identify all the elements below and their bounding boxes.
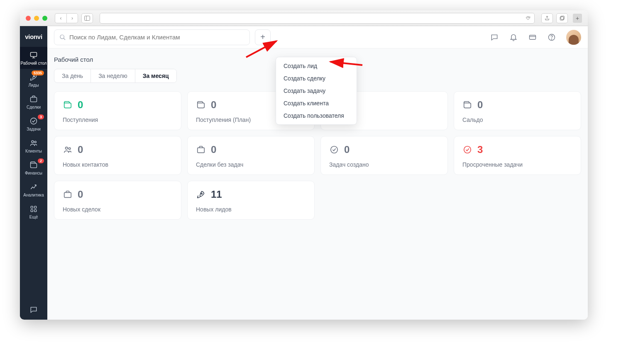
sidebar-item-label: Аналитика (23, 193, 44, 197)
svg-line-29 (246, 41, 276, 57)
users-icon (63, 145, 73, 154)
card-new-deals[interactable]: 0Новых сделок (54, 181, 181, 220)
dropdown-create-client[interactable]: Создать клиента (276, 97, 357, 109)
arrow-to-create-lead (327, 58, 364, 72)
check-circle-icon (329, 145, 339, 154)
leads-badge: 5335 (32, 70, 44, 75)
svg-rect-14 (31, 210, 33, 212)
wallet-icon (29, 161, 38, 169)
sidebar-item-label: Рабочий стол (21, 61, 47, 66)
card-value: 0 (78, 144, 83, 155)
help-icon[interactable] (545, 30, 559, 44)
tabs-icon[interactable] (556, 13, 568, 23)
svg-point-9 (31, 118, 37, 124)
briefcase-icon (29, 95, 38, 103)
briefcase-icon (196, 145, 206, 154)
users-icon (29, 139, 38, 147)
sidebar-item-chat[interactable] (20, 301, 47, 320)
messages-icon[interactable] (487, 30, 501, 44)
tab-month[interactable]: За месяц (135, 69, 176, 83)
card-value: 0 (211, 99, 216, 111)
svg-rect-24 (198, 148, 205, 153)
sidebar-item-label: Лиды (28, 83, 39, 87)
svg-point-28 (201, 193, 202, 194)
search-icon (59, 34, 66, 41)
sidebar-item-label: Сделки (27, 105, 41, 109)
sidebar-item-label: Клиенты (25, 149, 42, 153)
card-label: Задач создано (329, 161, 439, 168)
svg-rect-15 (34, 210, 37, 212)
logo[interactable]: vionvi (20, 26, 47, 47)
card-value: 11 (211, 189, 222, 200)
sidebar-item-tasks[interactable]: 3 Задачи (20, 113, 47, 135)
forward-button[interactable]: › (66, 13, 78, 23)
tab-week[interactable]: За неделю (91, 69, 135, 83)
sidebar-item-label: Задачи (27, 127, 41, 131)
arrow-to-plus (244, 39, 281, 61)
svg-rect-2 (560, 17, 563, 20)
tasks-badge: 3 (38, 114, 44, 119)
card-label: Поступления (63, 116, 173, 123)
card-overdue-tasks[interactable]: 3Просроченные задачи (454, 136, 581, 175)
search-field-wrapper[interactable] (54, 29, 250, 45)
sidebar-item-finance[interactable]: 2 Финансы (20, 157, 47, 179)
back-button[interactable]: ‹ (55, 13, 66, 23)
sidebar-item-dashboard[interactable]: Рабочий стол (20, 47, 47, 69)
svg-rect-4 (31, 52, 37, 56)
monitor-icon (29, 51, 38, 59)
sidebar-item-more[interactable]: Ещё (20, 201, 47, 223)
sidebar-toggle-icon[interactable] (81, 13, 93, 23)
check-circle-icon (462, 145, 472, 154)
tab-day[interactable]: За день (54, 69, 91, 83)
card-balance[interactable]: 0Сальдо (454, 91, 581, 130)
svg-rect-12 (31, 206, 33, 208)
bell-icon[interactable] (506, 30, 521, 44)
card-deals-no-tasks[interactable]: 0Сделки без задач (187, 136, 315, 175)
sidebar-item-deals[interactable]: Сделки (20, 91, 47, 113)
avatar[interactable] (566, 30, 581, 45)
window-controls (26, 16, 47, 21)
dropdown-create-task[interactable]: Создать задачу (276, 85, 357, 97)
svg-rect-27 (64, 192, 71, 197)
card-value: 0 (344, 144, 350, 155)
sidebar: vionvi Рабочий стол 5335 Лиды Сделки 3 З… (20, 26, 47, 320)
svg-rect-8 (31, 97, 37, 102)
close-window-button[interactable] (26, 16, 31, 21)
maximize-window-button[interactable] (42, 16, 47, 21)
rocket-icon (196, 190, 206, 199)
card-label: Просроченные задачи (462, 161, 572, 168)
wallet-icon (63, 100, 73, 109)
url-bar[interactable] (100, 13, 535, 24)
svg-point-21 (552, 39, 552, 39)
svg-rect-3 (561, 16, 564, 19)
card-tasks-created[interactable]: 0Задач создано (320, 136, 448, 175)
card-income[interactable]: 0Поступления (54, 91, 181, 130)
share-icon[interactable] (541, 13, 553, 23)
svg-rect-13 (34, 206, 37, 208)
nav-buttons: ‹ › (55, 13, 78, 23)
sidebar-item-clients[interactable]: Клиенты (20, 135, 47, 157)
card-label: Новых сделок (63, 206, 173, 213)
browser-window: ‹ › + vionvi Рабочий стол 5335 (20, 10, 588, 320)
refresh-icon[interactable] (525, 15, 531, 21)
wallet-icon (196, 100, 206, 109)
sidebar-item-analytics[interactable]: Аналитика (20, 179, 47, 201)
dropdown-create-user[interactable]: Создать пользователя (276, 109, 357, 122)
svg-line-30 (330, 62, 362, 65)
finance-badge: 2 (38, 158, 44, 163)
browser-toolbar: ‹ › + (20, 10, 588, 26)
card-new-leads[interactable]: 11Новых лидов (187, 181, 315, 220)
card-icon[interactable] (526, 30, 540, 44)
period-tabs: За день За неделю За месяц (54, 69, 177, 83)
new-tab-button[interactable]: + (573, 14, 582, 23)
search-input[interactable] (69, 34, 244, 41)
chat-icon (29, 306, 38, 314)
card-new-contacts[interactable]: 0Новых контактов (54, 136, 181, 175)
card-value: 0 (477, 99, 483, 111)
sidebar-item-leads[interactable]: 5335 Лиды (20, 69, 47, 91)
card-label: Сальдо (462, 116, 572, 123)
dropdown-create-deal[interactable]: Создать сделку (276, 72, 357, 85)
svg-rect-18 (530, 35, 536, 39)
svg-point-7 (34, 76, 35, 77)
minimize-window-button[interactable] (34, 16, 39, 21)
